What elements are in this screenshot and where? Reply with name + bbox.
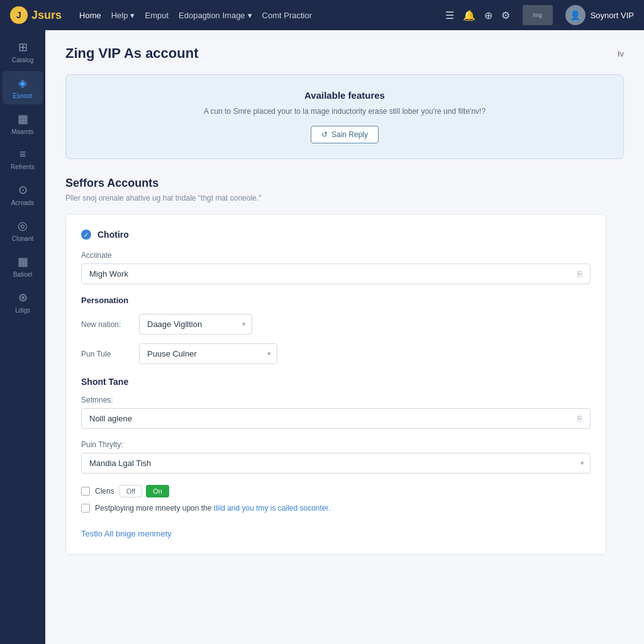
clens-row: Clens Off On: [81, 485, 591, 497]
section-title: Seffors Accounts: [65, 177, 624, 190]
nav-links: Home Help ▾ Emput Edopagtion Image ▾ Com…: [79, 11, 312, 20]
nav-link-emput[interactable]: Emput: [145, 11, 169, 20]
shont-tane-title: Shont Tane: [81, 377, 591, 387]
reply-icon: ↺: [321, 130, 328, 139]
circle-icon[interactable]: ⊕: [484, 9, 492, 21]
clens-label: Clens: [95, 487, 114, 496]
batioel-icon: ▦: [18, 255, 28, 269]
sidebar-label-ldigs: Ldigs: [15, 307, 30, 314]
setmnes-group: Setmnes: ⎘: [81, 396, 591, 429]
nav-link-edopagtion[interactable]: Edopagtion Image ▾: [179, 11, 252, 20]
sidebar-label-refrents: Refrents: [11, 164, 35, 170]
page-action-button[interactable]: Iv: [618, 49, 624, 58]
sidebar-item-catalog[interactable]: ⊞ Catalog: [3, 35, 43, 69]
maamts-icon: ▦: [18, 112, 28, 126]
feature-banner: Available features A cun to Smre placed …: [65, 74, 624, 159]
chevron-down-icon: ▾: [130, 11, 135, 20]
main-content: Zing VIP As account Iv Available feature…: [45, 30, 644, 644]
toggle-off-button[interactable]: Off: [119, 485, 142, 497]
acroads-icon: ⊙: [18, 183, 28, 197]
personation-title: Personation: [81, 296, 591, 305]
sidebar-label-acroads: Acroads: [11, 199, 35, 206]
pun-tule-row: Pun Tule Puuse Culner ▾: [81, 343, 591, 364]
chevron-down-icon-2: ▾: [248, 11, 252, 20]
sidebar-label-maamts: Maamts: [11, 128, 34, 135]
toggle-on-button[interactable]: On: [146, 485, 169, 497]
sidebar-item-acroads[interactable]: ⊙ Acroads: [3, 178, 43, 211]
nav-link-comt[interactable]: Comt Practior: [262, 11, 312, 20]
sidebar-item-ldigs[interactable]: ⊛ Ldigs: [3, 286, 43, 319]
section-description: Pller snoj orenale ahative ug hat tndale…: [65, 194, 624, 203]
pestploying-link[interactable]: tlild and you tmy is called soconter.: [214, 504, 330, 513]
acciinate-input[interactable]: [89, 269, 577, 279]
ldigs-icon: ⊛: [18, 291, 28, 304]
catalog-icon: ⊞: [18, 40, 28, 54]
nav-thumbnail: img: [523, 5, 553, 25]
chotiro-label: Chotiro: [97, 230, 129, 240]
gear-icon[interactable]: ⚙: [501, 9, 510, 21]
pestploying-label: Pestploying more mneety upon the tlild a…: [95, 504, 330, 513]
banner-button[interactable]: ↺ Sain Reply: [311, 126, 379, 143]
personation-section: Personation New nation: Daage Viglltion …: [81, 296, 591, 364]
app-logo[interactable]: J Jsurs: [10, 6, 62, 24]
new-nation-select-wrapper: Daage Viglltion ▾: [139, 314, 252, 335]
puin-thrylty-label: Puin Thrylty:: [81, 440, 591, 449]
refrents-icon: ≡: [19, 148, 26, 161]
page-header: Zing VIP As account Iv: [65, 45, 624, 62]
new-nation-select[interactable]: Daage Viglltion: [139, 314, 252, 335]
acciinate-input-wrapper: ⎘: [81, 264, 591, 284]
clonant-icon: ◎: [18, 219, 28, 233]
clens-toggle-group: Off On: [119, 485, 169, 497]
avatar: 👤: [565, 5, 586, 25]
acciinate-label: Acciinate: [81, 251, 591, 260]
nav-link-home[interactable]: Home: [79, 11, 101, 20]
sidebar: ⊞ Catalog ◈ Esnoot ▦ Maamts ≡ Refrents ⊙…: [0, 30, 45, 644]
sidebar-item-clonant[interactable]: ◎ Clonant: [3, 214, 43, 247]
sidebar-item-batioel[interactable]: ▦ Batioel: [3, 250, 43, 283]
hamburger-icon[interactable]: ☰: [445, 9, 454, 21]
puin-thrylty-group: Puin Thrylty: Mandia Lgal Tish ▾: [81, 440, 591, 474]
pun-tule-label: Pun Tule: [81, 350, 131, 358]
new-nation-label: New nation:: [81, 320, 131, 329]
puin-thrylty-select-wrapper: Mandia Lgal Tish ▾: [81, 453, 591, 474]
main-layout: ⊞ Catalog ◈ Esnoot ▦ Maamts ≡ Refrents ⊙…: [0, 30, 644, 644]
logo-icon: J: [10, 6, 28, 24]
pun-tule-select-wrapper: Puuse Culner ▾: [139, 343, 277, 364]
puin-thrylty-select[interactable]: Mandia Lgal Tish: [81, 453, 591, 474]
pestploying-checkbox[interactable]: [81, 504, 90, 513]
pestploying-row: Pestploying more mneety upon the tlild a…: [81, 504, 591, 513]
setmnes-input-wrapper: ⎘: [81, 408, 591, 429]
sidebar-label-batioel: Batioel: [13, 271, 33, 278]
top-navigation: J Jsurs Home Help ▾ Emput Edopagtion Ima…: [0, 0, 644, 30]
sidebar-label-clonant: Clonant: [12, 235, 33, 242]
setmnes-input[interactable]: [89, 414, 577, 423]
esnoot-icon: ◈: [18, 76, 27, 90]
chotiro-checkbox[interactable]: ✓: [81, 230, 91, 240]
form-card: ✓ Chotiro Acciinate ⎘ Personation New na…: [65, 214, 606, 555]
nav-link-help[interactable]: Help ▾: [111, 11, 135, 20]
nav-user[interactable]: 👤 Soynort VIP: [565, 5, 634, 25]
acciinate-group: Acciinate ⎘: [81, 251, 591, 284]
sidebar-item-maamts[interactable]: ▦ Maamts: [3, 107, 43, 140]
copy-icon[interactable]: ⎘: [577, 269, 582, 279]
clens-checkbox[interactable]: [81, 487, 90, 496]
setmnes-label: Setmnes:: [81, 396, 591, 404]
page-title: Zing VIP As account: [65, 45, 198, 62]
sidebar-item-esnoot[interactable]: ◈ Esnoot: [3, 71, 43, 104]
sidebar-item-refrents[interactable]: ≡ Refrents: [3, 143, 43, 175]
copy-icon-2[interactable]: ⎘: [577, 414, 582, 423]
chotiro-checkbox-row: ✓ Chotiro: [81, 230, 591, 240]
sidebar-label-esnoot: Esnoot: [13, 92, 32, 99]
bell-icon[interactable]: 🔔: [463, 9, 475, 21]
pun-tule-select[interactable]: Puuse Culner: [139, 343, 277, 364]
sidebar-label-catalog: Catalog: [12, 57, 33, 64]
user-name: Soynort VIP: [591, 11, 634, 20]
banner-title: Available features: [81, 90, 608, 101]
logo-text: Jsurs: [31, 9, 62, 22]
banner-description: A cun to Smre placed your to la mage ind…: [81, 106, 608, 117]
new-nation-row: New nation: Daage Viglltion ▾: [81, 314, 591, 335]
nav-icon-group: ☰ 🔔 ⊕ ⚙: [445, 9, 510, 21]
footer-link[interactable]: Testlo All bnige menmety: [81, 529, 172, 538]
